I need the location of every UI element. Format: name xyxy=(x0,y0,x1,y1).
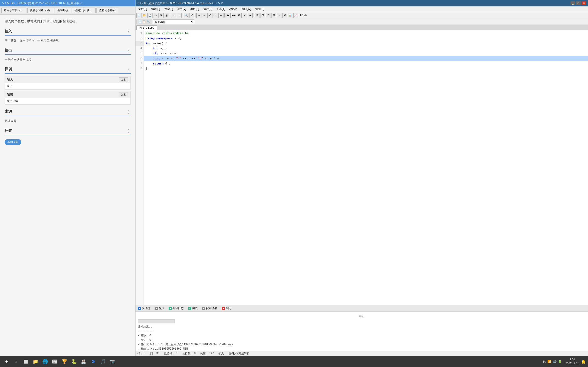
tb-find[interactable]: 🔍 xyxy=(184,13,189,18)
tb-chart2[interactable]: 📈 xyxy=(293,13,298,18)
status-col-value: 36 xyxy=(156,352,159,356)
menu-astyle[interactable]: AStyle xyxy=(227,7,239,11)
copy-input-button[interactable]: 复制 xyxy=(119,77,128,82)
section-source-menu[interactable]: ⋮ xyxy=(127,109,131,114)
menu-window[interactable]: 窗口[W] xyxy=(240,7,253,11)
section-tags-menu[interactable]: ⋮ xyxy=(127,128,131,133)
tb-run[interactable]: ▶▶ xyxy=(231,13,236,18)
compile-line-1: ---------- xyxy=(138,329,586,334)
taskbar-app-files[interactable]: 📁 xyxy=(31,357,40,366)
copy-output-button[interactable]: 复制 xyxy=(119,92,128,97)
sys-icon-battery[interactable]: 🔋 xyxy=(558,360,562,363)
menu-view[interactable]: 视图[V] xyxy=(175,7,188,11)
code-namespace: namespace xyxy=(156,37,173,40)
section-input-menu[interactable]: ⋮ xyxy=(127,29,131,34)
tb-grid2[interactable]: ⊡ xyxy=(260,13,265,18)
taskbar-app-code1[interactable]: 🐍 xyxy=(70,357,78,366)
tb-grid4[interactable]: ⊠ xyxy=(271,13,276,18)
tag-basic-problem[interactable]: 基础问题 xyxy=(5,139,21,145)
window-titlebar: D:\天翼云盘同步盘\19907086281\NOI\35946\1704.cp… xyxy=(136,0,588,6)
tb-open[interactable]: 📂 xyxy=(142,13,147,18)
sys-icon-volume[interactable]: 🔊 xyxy=(553,360,556,363)
tb-print[interactable]: 🖨 xyxy=(164,13,169,18)
tb-grid1[interactable]: ⊞ xyxy=(255,13,260,18)
nav-btn-compiler[interactable]: 编译环境 xyxy=(55,8,71,13)
example-output-header: 输出 复制 xyxy=(5,91,130,98)
section-output-menu[interactable]: ⋮ xyxy=(127,48,131,53)
tb-new[interactable]: 📄 xyxy=(137,13,141,18)
status-row: 行： 6 xyxy=(137,352,145,356)
tb-compile[interactable]: ▶ xyxy=(225,13,231,18)
sys-icon-lang[interactable]: 英 xyxy=(543,359,546,364)
tb-replace[interactable]: ⇄ xyxy=(189,13,194,18)
tb-saveall[interactable]: 🗂 xyxy=(153,13,158,18)
bottom-tab-debug[interactable]: ✓ 调试 xyxy=(187,306,199,311)
taskbar-app-devcpp[interactable]: ⚙ xyxy=(89,357,97,366)
tb-compilerun[interactable]: ⚙ xyxy=(237,13,242,18)
menu-file[interactable]: 文件[F] xyxy=(137,7,149,11)
status-total-value: 8 xyxy=(194,352,196,356)
section-example-menu[interactable]: ⋮ xyxy=(127,67,131,72)
file-tab[interactable]: [*] 1704.cpp xyxy=(137,25,157,30)
line-num-6: 6 xyxy=(136,56,144,61)
tb-chart[interactable]: 📊 xyxy=(288,13,293,18)
tb-stop[interactable]: ■ xyxy=(248,13,253,18)
globals-select[interactable]: (globals) xyxy=(153,19,194,24)
search-button[interactable]: ○ xyxy=(12,357,20,366)
nav-btn-detail[interactable]: 看同学详情（I） xyxy=(1,8,26,13)
taskbar-app-news[interactable]: 📰 xyxy=(51,357,59,366)
nav-btn-study[interactable]: 我的学习单（M） xyxy=(27,8,54,13)
taskbar-time[interactable]: 9:01 2022/12/18 xyxy=(565,358,579,365)
bottom-tab-search[interactable]: ■ 搜索结果 xyxy=(201,306,218,311)
menu-project[interactable]: 项目[P] xyxy=(188,7,201,11)
bottom-tab-close[interactable]: ■ 关闭 xyxy=(220,306,233,311)
taskview-button[interactable]: ⬜ xyxy=(22,357,30,366)
tb-checkmark[interactable]: ✔ xyxy=(277,13,282,18)
menu-tools[interactable]: 工具[T] xyxy=(215,7,227,11)
tb-uncomment[interactable]: /* xyxy=(213,13,218,18)
tb-close[interactable]: ✕ xyxy=(158,13,164,18)
nav-btn-answers[interactable]: 查看同学答案 xyxy=(96,8,118,13)
code-tab-1[interactable]: 📄 📋 🔧 xyxy=(137,19,152,24)
maximize-button[interactable]: □ xyxy=(576,1,581,5)
bottom-tab-resources[interactable]: ■ 资源 xyxy=(153,306,165,311)
code-int-main: int xyxy=(146,42,151,45)
progress-label[interactable]: 中止 xyxy=(138,315,586,318)
taskbar-app-photo[interactable]: 📷 xyxy=(108,357,117,366)
file-tab-bar: [*] 1704.cpp xyxy=(136,25,588,30)
tb-redo[interactable]: ↪ xyxy=(177,13,182,18)
tb-x[interactable]: ✗ xyxy=(282,13,287,18)
nav-btn-update[interactable]: 检测升级（U） xyxy=(72,8,95,13)
minimize-button[interactable]: _ xyxy=(571,1,575,5)
menu-search[interactable]: 搜索[S] xyxy=(162,7,175,11)
code-tab-icon-2: 📋 xyxy=(143,20,146,23)
menu-edit[interactable]: 编辑[E] xyxy=(149,7,162,11)
menu-run[interactable]: 运行[R] xyxy=(201,7,214,11)
menu-help[interactable]: 帮助[H] xyxy=(253,7,266,11)
taskbar-app-code2[interactable]: ☕ xyxy=(79,357,88,366)
sys-icon-wifi[interactable]: 📶 xyxy=(547,360,551,363)
taskbar-right: 英 📶 🔊 🔋 9:01 2022/12/18 🔔 xyxy=(543,358,586,365)
bottom-tab-compiler[interactable]: ■ 编译器 xyxy=(137,306,151,311)
tb-comment[interactable]: // xyxy=(208,13,212,18)
taskbar-app-oj[interactable]: 🏆 xyxy=(60,357,69,366)
tb-undo[interactable]: ↩ xyxy=(171,13,176,18)
tb-unindent[interactable]: ← xyxy=(202,13,207,18)
status-length-value: 147 xyxy=(209,352,214,356)
tb-save[interactable]: 💾 xyxy=(147,13,153,18)
left-content: 输入两个整数，以算式的形式输出它们的相乘过程。 输入 ⋮ 两个整数，在一行输入，… xyxy=(0,15,135,356)
start-button[interactable]: ⊞ xyxy=(2,357,10,366)
close-button[interactable]: ✕ xyxy=(582,1,586,5)
tb-indent[interactable]: → xyxy=(196,13,201,18)
bottom-tab-log[interactable]: ■ 编译日志 xyxy=(167,306,185,311)
code-str-eq: "=" xyxy=(198,57,203,60)
sys-icon-notification[interactable]: 🔔 xyxy=(581,359,586,364)
tb-check[interactable]: ✓ xyxy=(242,13,247,18)
code-str-mult: "*" xyxy=(176,57,182,60)
tb-toggle[interactable]: ≡ xyxy=(218,13,224,18)
tb-grid3[interactable]: ⊟ xyxy=(266,13,271,18)
code-content[interactable]: #include <bits/stdc++.h> using namespace… xyxy=(144,30,588,305)
taskbar-app-music[interactable]: 🎵 xyxy=(99,357,107,366)
dot-debug: ✓ xyxy=(188,307,191,310)
taskbar-app-browser[interactable]: 🌐 xyxy=(41,357,49,366)
